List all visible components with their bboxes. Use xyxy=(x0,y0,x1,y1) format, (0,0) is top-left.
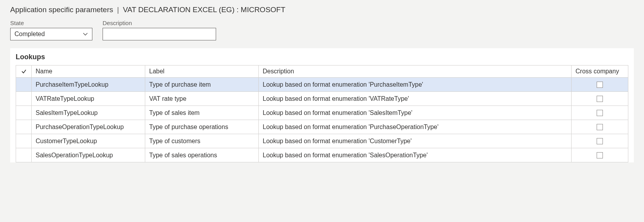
row-label: Type of sales operations xyxy=(145,148,259,162)
row-description: Lookup based on format enumeration 'Purc… xyxy=(259,120,572,134)
row-description: Lookup based on format enumeration 'VATR… xyxy=(259,92,572,106)
row-description: Lookup based on format enumeration 'Sale… xyxy=(259,148,572,162)
lookups-grid: Name Label Description Cross company Pur… xyxy=(16,65,628,162)
cross-company-checkbox[interactable] xyxy=(597,110,603,116)
table-row[interactable]: SalesItemTypeLookupType of sales itemLoo… xyxy=(16,106,628,120)
column-header-cross-company[interactable]: Cross company xyxy=(572,66,628,78)
row-select-cell[interactable] xyxy=(16,120,32,134)
row-label: Type of purchase operations xyxy=(145,120,259,134)
chevron-down-icon xyxy=(83,31,88,37)
checkmark-icon xyxy=(21,68,27,75)
row-name: SalesItemTypeLookup xyxy=(32,106,145,120)
column-header-description[interactable]: Description xyxy=(259,66,572,78)
row-description: Lookup based on format enumeration 'Cust… xyxy=(259,134,572,148)
row-name: SalesOperationTypeLookup xyxy=(32,148,145,162)
row-cross-company[interactable] xyxy=(572,92,628,106)
cross-company-checkbox[interactable] xyxy=(597,96,603,102)
table-row[interactable]: PurchaseItemTypeLookupType of purchase i… xyxy=(16,78,628,92)
row-label: Type of customers xyxy=(145,134,259,148)
row-label: Type of sales item xyxy=(145,106,259,120)
cross-company-checkbox[interactable] xyxy=(597,82,603,88)
cross-company-checkbox[interactable] xyxy=(597,152,603,158)
row-description: Lookup based on format enumeration 'Sale… xyxy=(259,106,572,120)
row-select-cell[interactable] xyxy=(16,92,32,106)
row-name: PurchaseOperationTypeLookup xyxy=(32,120,145,134)
lookups-panel: Lookups Name Label Description Cross com… xyxy=(10,48,634,162)
column-header-name[interactable]: Name xyxy=(32,66,145,78)
breadcrumb-separator: | xyxy=(117,5,119,14)
lookups-panel-title: Lookups xyxy=(10,48,634,65)
row-cross-company[interactable] xyxy=(572,134,628,148)
row-name: CustomerTypeLookup xyxy=(32,134,145,148)
description-input[interactable] xyxy=(103,28,216,40)
row-cross-company[interactable] xyxy=(572,78,628,92)
row-name: VATRateTypeLookup xyxy=(32,92,145,106)
table-row[interactable]: CustomerTypeLookupType of customersLooku… xyxy=(16,134,628,148)
table-row[interactable]: PurchaseOperationTypeLookupType of purch… xyxy=(16,120,628,134)
breadcrumb: Application specific parameters | VAT DE… xyxy=(10,5,634,14)
row-description: Lookup based on format enumeration 'Purc… xyxy=(259,78,572,92)
row-select-cell[interactable] xyxy=(16,106,32,120)
table-row[interactable]: VATRateTypeLookupVAT rate typeLookup bas… xyxy=(16,92,628,106)
state-label: State xyxy=(10,20,92,26)
row-cross-company[interactable] xyxy=(572,106,628,120)
cross-company-checkbox[interactable] xyxy=(597,138,603,144)
breadcrumb-title: Application specific parameters xyxy=(10,5,113,14)
description-label: Description xyxy=(103,20,216,26)
row-cross-company[interactable] xyxy=(572,148,628,162)
column-header-label[interactable]: Label xyxy=(145,66,259,78)
table-row[interactable]: SalesOperationTypeLookupType of sales op… xyxy=(16,148,628,162)
row-label: VAT rate type xyxy=(145,92,259,106)
row-cross-company[interactable] xyxy=(572,120,628,134)
breadcrumb-context: VAT DECLARATION EXCEL (EG) : MICROSOFT xyxy=(123,5,285,14)
row-name: PurchaseItemTypeLookup xyxy=(32,78,145,92)
row-select-cell[interactable] xyxy=(16,78,32,92)
cross-company-checkbox[interactable] xyxy=(597,124,603,130)
row-select-cell[interactable] xyxy=(16,134,32,148)
state-dropdown[interactable]: Completed xyxy=(10,28,92,40)
state-dropdown-value: Completed xyxy=(14,31,83,38)
column-header-select[interactable] xyxy=(16,66,32,78)
row-select-cell[interactable] xyxy=(16,148,32,162)
row-label: Type of purchase item xyxy=(145,78,259,92)
